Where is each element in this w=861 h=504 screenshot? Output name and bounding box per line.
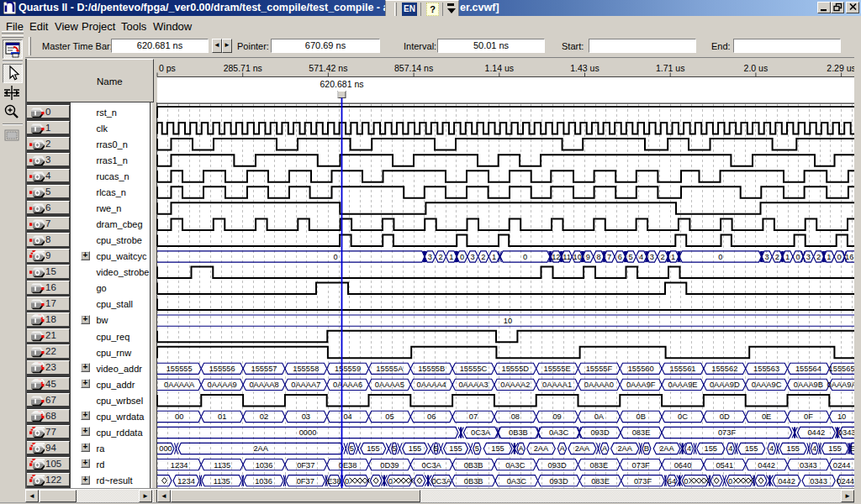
svg-text:5: 5 [350,444,354,453]
svg-text:0A: 0A [594,412,605,421]
svg-text:155563: 155563 [753,365,779,373]
svg-text:0343: 0343 [838,428,856,437]
svg-text:0AAA9D: 0AAA9D [710,381,740,389]
svg-text:1: 1 [492,253,496,261]
svg-text:1135: 1135 [214,461,230,470]
svg-text:B: B [644,444,649,453]
svg-text:0343: 0343 [810,477,827,486]
svg-text:0B: 0B [637,412,646,421]
svg-text:0AAA9F: 0AAA9F [626,381,656,389]
svg-text:15555F: 15555F [586,365,613,373]
svg-text:155555: 155555 [166,365,193,373]
svg-text:155558: 155558 [293,365,319,373]
svg-text:155: 155 [491,444,504,453]
svg-text:0AAAA4: 0AAAA4 [417,381,446,389]
svg-text:0442: 0442 [778,477,795,486]
svg-text:2: 2 [775,253,779,261]
svg-text:073F: 073F [632,461,651,470]
svg-text:155556: 155556 [209,365,235,373]
svg-text:12: 12 [552,253,560,261]
svg-text:05: 05 [385,412,394,421]
svg-text:155562: 155562 [711,365,737,373]
svg-text:10: 10 [837,412,846,421]
svg-text:15555B: 15555B [418,365,445,373]
svg-text:155: 155 [449,444,462,453]
svg-text:09: 09 [552,412,561,421]
svg-text:0A3C: 0A3C [549,428,569,437]
svg-text:64: 64 [668,477,676,486]
svg-text:0000: 0000 [299,428,317,437]
svg-text:1234: 1234 [177,477,195,486]
svg-text:8: 8 [596,253,600,261]
svg-text:0: 0 [684,477,688,486]
svg-text:155: 155 [828,444,842,453]
svg-text:15555A: 15555A [376,365,404,373]
svg-text:0: 0 [795,253,800,261]
svg-text:0C3A: 0C3A [431,477,452,486]
svg-text:2.0 us: 2.0 us [744,63,769,73]
svg-text:155: 155 [787,444,800,453]
svg-text:3: 3 [650,253,654,261]
svg-text:0: 0 [388,477,393,486]
svg-text:1: 1 [449,253,453,261]
svg-text:0AAAA6: 0AAAA6 [333,381,362,389]
svg-text:0640: 0640 [674,461,692,470]
svg-text:0E: 0E [762,412,771,421]
svg-text:9: 9 [586,253,590,261]
svg-text:02: 02 [260,412,268,421]
svg-text:15555C: 15555C [460,365,488,373]
svg-text:155560: 155560 [628,365,654,373]
svg-text:2AA: 2AA [534,444,549,453]
svg-text:620.681 ns: 620.681 ns [320,79,364,89]
svg-text:1: 1 [827,253,831,261]
svg-text:093D: 093D [590,428,610,437]
svg-text:0: 0 [837,253,842,261]
svg-text:0AAA9A: 0AAA9A [827,381,858,389]
svg-text:0AAAA5: 0AAAA5 [375,381,404,389]
svg-text:2AA: 2AA [253,444,268,453]
svg-text:0B3B: 0B3B [464,477,483,486]
svg-text:0F37: 0F37 [297,461,314,470]
svg-text:1135: 1135 [214,477,230,486]
svg-text:155561: 155561 [669,365,695,373]
svg-text:857.14 ns: 857.14 ns [394,63,433,73]
svg-text:571.42 ns: 571.42 ns [309,63,347,73]
svg-text:1: 1 [671,253,675,261]
svg-text:7: 7 [607,253,611,261]
svg-text:155: 155 [745,444,758,453]
svg-text:0AAA9B: 0AAA9B [794,381,823,389]
svg-text:083E: 083E [590,461,609,470]
svg-text:5: 5 [628,253,632,261]
svg-text:0541: 0541 [716,461,733,470]
svg-text:0: 0 [460,253,464,261]
svg-text:0: 0 [718,253,722,261]
svg-text:083E: 083E [591,477,610,486]
svg-text:093D: 093D [547,461,567,470]
svg-text:01: 01 [218,412,226,421]
svg-text:2: 2 [439,253,443,261]
svg-text:4: 4 [687,444,691,453]
svg-text:155564: 155564 [795,365,821,373]
svg-text:11: 11 [563,253,571,261]
svg-text:2: 2 [481,253,485,261]
svg-text:A: A [602,444,608,453]
svg-text:3: 3 [428,253,432,261]
svg-text:155: 155 [409,444,422,453]
svg-text:1036: 1036 [255,477,272,486]
svg-text:A: A [559,444,565,453]
svg-text:06: 06 [427,412,436,421]
svg-text:0AAAA7: 0AAAA7 [291,381,320,389]
svg-text:0C3A: 0C3A [422,461,442,470]
svg-text:083E: 083E [632,428,651,437]
svg-text:2: 2 [816,253,821,261]
svg-text:0E38: 0E38 [339,461,357,470]
svg-text:0B3B: 0B3B [464,461,483,470]
svg-text:155565: 155565 [829,365,855,373]
svg-text:0AAAA8: 0AAAA8 [249,381,278,389]
svg-text:3: 3 [471,253,475,261]
svg-text:000: 000 [159,444,172,453]
svg-text:155: 155 [367,444,380,453]
svg-text:0C3A: 0C3A [471,428,491,437]
svg-text:03: 03 [302,412,310,421]
svg-text:E38: E38 [327,477,341,486]
